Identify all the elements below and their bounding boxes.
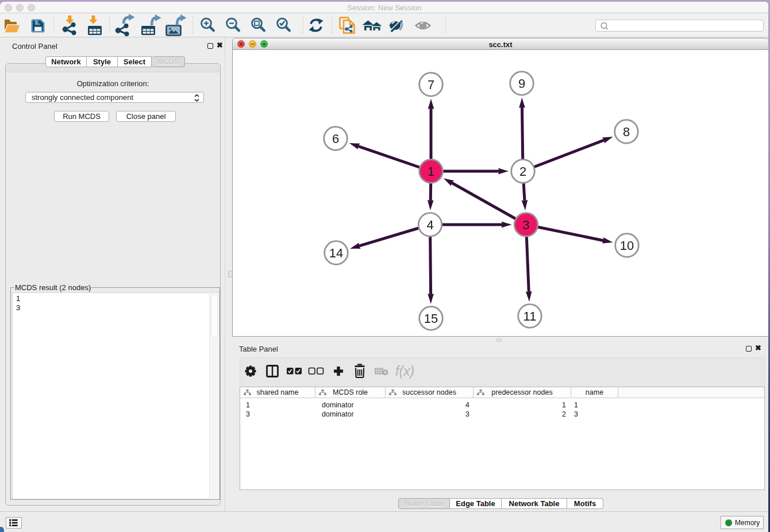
svg-text:3: 3 (522, 218, 529, 232)
svg-text:7: 7 (428, 78, 434, 92)
svg-text:4: 4 (426, 218, 433, 232)
svg-text:2: 2 (519, 164, 526, 179)
svg-text:8: 8 (623, 125, 630, 139)
svg-text:14: 14 (329, 246, 343, 260)
svg-text:6: 6 (332, 132, 339, 146)
svg-text:f(x): f(x) (395, 364, 414, 379)
svg-text:9: 9 (518, 76, 525, 91)
svg-text:11: 11 (523, 309, 537, 323)
svg-text:1: 1 (428, 164, 434, 179)
svg-text:15: 15 (424, 311, 438, 326)
svg-text:10: 10 (620, 238, 634, 253)
